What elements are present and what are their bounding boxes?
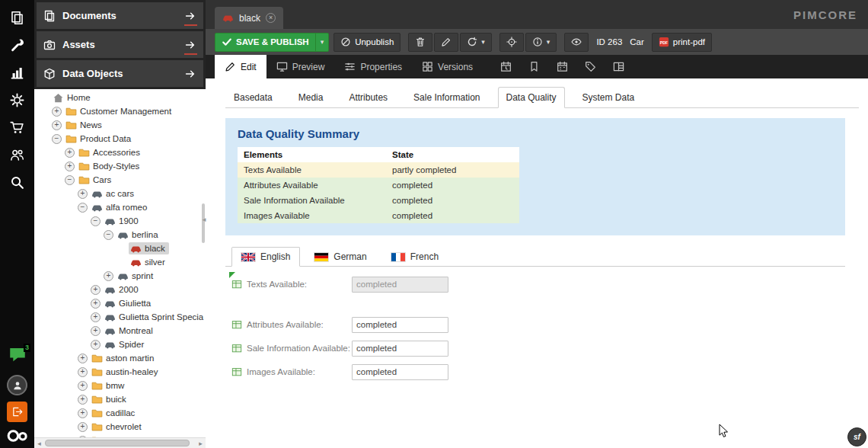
language-tab-german[interactable]: German	[305, 247, 376, 267]
cart-rail-button[interactable]	[0, 114, 34, 141]
tree-item-aston-martin[interactable]: +aston martin	[34, 351, 206, 365]
logout-button[interactable]	[7, 402, 27, 422]
sidebar-collapse-handle[interactable]: ◄	[201, 216, 207, 223]
tree-plus-toggle[interactable]: +	[78, 354, 88, 363]
tree-vertical-scrollbar-thumb[interactable]	[202, 203, 205, 243]
symfony-debug-badge[interactable]: sf	[847, 427, 866, 446]
rename-button[interactable]	[434, 33, 458, 52]
tree-plus-toggle[interactable]: +	[104, 271, 113, 281]
scroll-right-arrow[interactable]: ▸	[196, 440, 206, 447]
panel-header-documents[interactable]: Documents	[37, 2, 203, 29]
delete-button[interactable]	[408, 33, 432, 52]
scroll-left-arrow[interactable]: ◂	[34, 440, 44, 447]
tree-item-2000[interactable]: +2000	[34, 283, 206, 296]
tree-plus-toggle[interactable]: +	[91, 312, 101, 322]
tree-item-giulietta[interactable]: +Giulietta	[34, 296, 206, 310]
edit-tab-properties[interactable]: Properties	[334, 55, 412, 78]
save-publish-button[interactable]: SAVE & PUBLISH	[215, 33, 316, 52]
tree-item-citroen[interactable]: +citroen	[34, 434, 206, 437]
layout-tab-system-data[interactable]: System Data	[574, 87, 643, 108]
tree-item-silver[interactable]: silver	[34, 255, 206, 269]
tree-plus-toggle[interactable]: +	[52, 120, 62, 130]
tree-plus-toggle[interactable]: +	[91, 326, 101, 336]
reload-button[interactable]: ▾	[460, 33, 492, 52]
edit-tab-calendar[interactable]	[548, 55, 576, 78]
tree-plus-toggle[interactable]: +	[52, 107, 62, 117]
tree-item-ac-cars[interactable]: +ac cars	[34, 187, 206, 200]
tree-item-sprint[interactable]: +sprint	[34, 269, 206, 283]
tree-plus-toggle[interactable]: +	[78, 381, 88, 391]
images-available-input[interactable]	[352, 364, 448, 380]
open-tab-black[interactable]: black ×	[215, 7, 283, 29]
layout-tab-basedata[interactable]: Basedata	[225, 87, 281, 108]
layout-tab-sale-information[interactable]: Sale Information	[405, 87, 488, 108]
language-tab-french[interactable]: French	[381, 247, 448, 267]
tree-minus-toggle[interactable]: −	[52, 134, 62, 144]
layout-tab-attributes[interactable]: Attributes	[340, 87, 396, 108]
tree-minus-toggle[interactable]: −	[91, 216, 101, 226]
tree-plus-toggle[interactable]: +	[78, 436, 88, 438]
tree-plus-toggle[interactable]: +	[91, 299, 101, 309]
tree-plus-toggle[interactable]: +	[91, 285, 101, 295]
locate-in-tree-button[interactable]	[499, 33, 524, 52]
edit-tab-schedule[interactable]	[492, 55, 520, 78]
tree-item-buick[interactable]: +buick	[34, 392, 206, 406]
tree-item-spider[interactable]: +Spider	[34, 338, 206, 351]
attributes-available-input[interactable]	[352, 317, 448, 333]
tree-item-1900[interactable]: −1900	[34, 214, 206, 228]
wrench-rail-button[interactable]	[0, 31, 34, 59]
tree-item-gulietta-sprint-specia[interactable]: +Gulietta Sprint Specia	[34, 310, 206, 324]
tree-item-black[interactable]: black	[34, 242, 206, 255]
tree-plus-toggle[interactable]: +	[78, 367, 88, 377]
users-rail-button[interactable]	[0, 141, 34, 168]
pages-rail-button[interactable]	[0, 4, 34, 31]
gear-rail-button[interactable]	[0, 86, 34, 114]
tree-item-product-data[interactable]: −Product Data	[34, 132, 206, 146]
search-rail-button[interactable]	[0, 168, 34, 196]
tree-minus-toggle[interactable]: −	[104, 230, 113, 240]
chart-rail-button[interactable]	[0, 59, 34, 86]
tree-item-chevrolet[interactable]: +chevrolet	[34, 420, 206, 434]
tree-plus-toggle[interactable]: +	[91, 340, 101, 350]
tree-item-customer-management[interactable]: +Customer Management	[34, 104, 206, 118]
tree-item-accessories[interactable]: +Accessories	[34, 146, 206, 159]
tree-item-cars[interactable]: −Cars	[34, 173, 206, 187]
tree-horizontal-scrollbar[interactable]: ◂ ▸	[34, 437, 206, 448]
sale-information-available-input[interactable]	[352, 341, 448, 357]
panel-header-assets[interactable]: Assets	[37, 31, 203, 58]
notifications-button[interactable]: 3	[0, 341, 34, 369]
close-tab-icon[interactable]: ×	[266, 13, 276, 23]
tree-plus-toggle[interactable]: +	[78, 189, 88, 199]
layout-tab-media[interactable]: Media	[290, 87, 332, 108]
scrollbar-thumb[interactable]	[45, 440, 190, 446]
tree-plus-toggle[interactable]: +	[65, 148, 75, 158]
edit-tab-edit[interactable]: Edit	[215, 55, 266, 78]
tree-plus-toggle[interactable]: +	[78, 395, 88, 405]
print-pdf-button[interactable]: PDF print-pdf	[652, 33, 712, 52]
open-preview-button[interactable]	[564, 33, 589, 52]
edit-tab-columns[interactable]	[605, 55, 633, 78]
tree-minus-toggle[interactable]: −	[65, 175, 75, 185]
edit-tab-preview[interactable]: Preview	[266, 55, 335, 78]
tree-plus-toggle[interactable]: +	[78, 422, 88, 432]
tree-item-montreal[interactable]: +Montreal	[34, 324, 206, 338]
edit-tab-bookmark[interactable]	[520, 55, 548, 78]
layout-tab-data-quality[interactable]: Data Quality	[498, 87, 565, 108]
panel-header-data-objects[interactable]: Data Objects	[37, 60, 203, 87]
tree-item-bmw[interactable]: +bmw	[34, 379, 206, 392]
info-button[interactable]: ▾	[525, 33, 557, 52]
tree-plus-toggle[interactable]: +	[78, 408, 88, 418]
tree-item-austin-healey[interactable]: +austin-healey	[34, 365, 206, 379]
tree-item-home[interactable]: Home	[34, 91, 206, 104]
unpublish-button[interactable]: Unpublish	[333, 33, 400, 52]
edit-tab-tag[interactable]	[576, 55, 605, 78]
tree-item-alfa-romeo[interactable]: −alfa romeo	[34, 200, 206, 214]
tree-item-berlina[interactable]: −berlina	[34, 228, 206, 242]
edit-tab-versions[interactable]: Versions	[412, 55, 483, 78]
tree-minus-toggle[interactable]: −	[78, 203, 88, 213]
tree-item-body-styles[interactable]: +Body-Styles	[34, 159, 206, 173]
profile-button[interactable]	[7, 375, 27, 395]
tree-item-news[interactable]: +News	[34, 118, 206, 132]
tree-item-cadillac[interactable]: +cadillac	[34, 406, 206, 420]
tree-plus-toggle[interactable]: +	[65, 162, 75, 171]
